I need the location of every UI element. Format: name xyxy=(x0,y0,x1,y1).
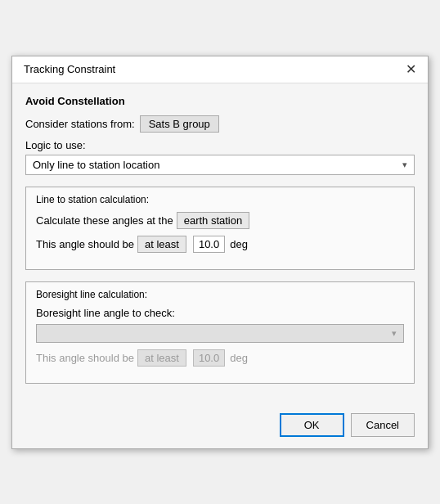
title-bar: Tracking Constraint ✕ xyxy=(12,56,428,83)
close-button[interactable]: ✕ xyxy=(404,63,418,76)
cancel-button[interactable]: Cancel xyxy=(351,413,415,437)
boresight-angle-should-be-label: This angle should be xyxy=(36,352,134,364)
dialog-footer: OK Cancel xyxy=(12,407,428,448)
consider-stations-label: Consider stations from: xyxy=(25,118,135,130)
boresight-deg-label: deg xyxy=(230,352,248,364)
line-to-station-label: Line to station calculation: xyxy=(36,194,404,205)
at-least-box: at least xyxy=(137,236,186,253)
logic-dropdown-value: Only line to station location xyxy=(33,159,159,171)
calculate-label: Calculate these angles at the xyxy=(36,214,173,227)
calculate-angles-row: Calculate these angles at the earth stat… xyxy=(36,212,404,229)
consider-stations-row: Consider stations from: Sats B group xyxy=(25,115,415,133)
boresight-line-group: Boresight line calculation: Boresight li… xyxy=(25,281,415,384)
angle-should-be-row: This angle should be at least 10.0 deg xyxy=(36,236,404,253)
line-to-station-group: Line to station calculation: Calculate t… xyxy=(25,187,415,270)
logic-label: Logic to use: xyxy=(25,139,86,151)
dialog-content: Avoid Constellation Consider stations fr… xyxy=(12,83,428,407)
boresight-angle-check-label: Boresight line angle to check: xyxy=(36,307,175,319)
angle-value-box[interactable]: 10.0 xyxy=(193,236,225,253)
boresight-dropdown-arrow: ▾ xyxy=(392,328,397,339)
boresight-dropdown: ▾ xyxy=(36,324,404,343)
avoid-constellation-title: Avoid Constellation xyxy=(25,95,415,107)
boresight-line-label: Boresight line calculation: xyxy=(36,289,404,300)
stations-button[interactable]: Sats B group xyxy=(140,115,219,133)
deg-label: deg xyxy=(230,238,248,250)
tracking-constraint-dialog: Tracking Constraint ✕ Avoid Constellatio… xyxy=(11,56,429,449)
logic-dropdown-arrow: ▾ xyxy=(402,160,407,170)
logic-dropdown[interactable]: Only line to station location ▾ xyxy=(25,155,415,175)
ok-button[interactable]: OK xyxy=(280,413,344,437)
boresight-at-least-box: at least xyxy=(137,349,186,367)
boresight-value-box: 10.0 xyxy=(193,349,225,367)
angle-should-be-label: This angle should be xyxy=(36,238,134,250)
boresight-angle-row: This angle should be at least 10.0 deg xyxy=(36,349,404,367)
dialog-title: Tracking Constraint xyxy=(24,63,115,75)
earth-station-box: earth station xyxy=(177,212,250,229)
